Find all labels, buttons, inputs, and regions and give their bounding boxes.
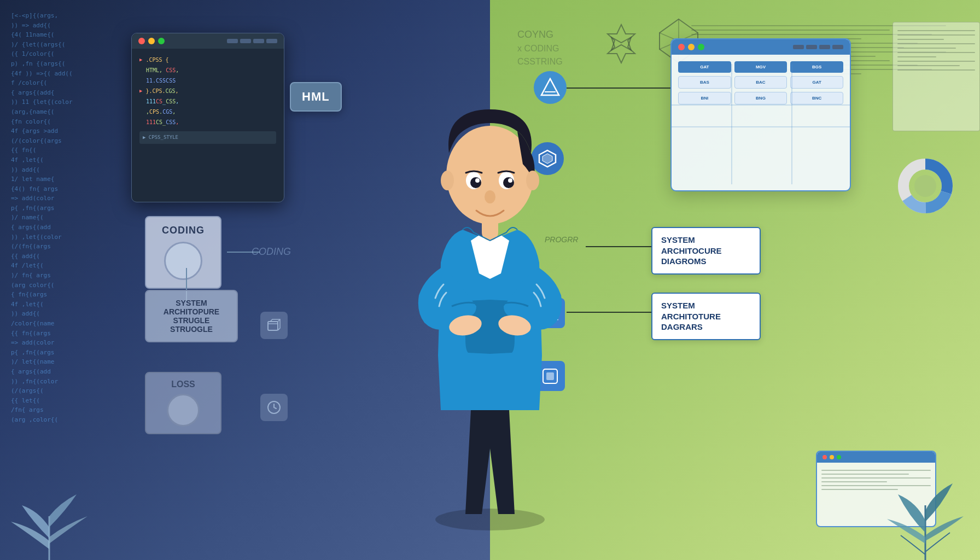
connector-icon-2 <box>260 394 288 421</box>
code-line-4: ▶ }.CPS.CGS, <box>139 86 276 96</box>
arch-close-dot <box>678 44 685 50</box>
html-badge: HML <box>290 82 342 112</box>
arch-maximize-dot <box>698 44 704 50</box>
note-line-8 <box>897 61 975 62</box>
connector-icon-1 <box>260 312 288 339</box>
note-line-1 <box>897 30 975 31</box>
arch-win-btn-3 <box>819 45 830 49</box>
close-dot <box>138 38 145 44</box>
code-content: ▶ .CPSS { HTML, CSS, 11.CSSCSS ▶ }.CPS.C… <box>132 49 284 149</box>
svg-point-38 <box>485 190 495 203</box>
note-line-9 <box>897 65 960 66</box>
svg-point-22 <box>914 175 936 197</box>
loss-label: LOSS <box>157 380 209 389</box>
arrow-1: ▶ <box>139 56 142 64</box>
win-btn-3 <box>253 39 264 43</box>
code-text-7: 111CS_CSS, <box>146 118 179 127</box>
arch-left-text: SYSTEMARCHITOPURESTRUGLESTRUOGLE <box>157 299 226 334</box>
arch-diagram-window: GAT MGV BGS BAS BAC GAT BNI BNG BNC <box>670 38 851 191</box>
svg-point-37 <box>508 178 512 183</box>
code-text-3: 11.CSSCSS <box>146 76 176 85</box>
cube-icon <box>266 317 282 334</box>
code-line-7: 111CS_CSS, <box>139 118 276 127</box>
arch-grid: GAT MGV BGS BAS BAC GAT BNI BNG BNC <box>672 55 850 111</box>
code-line-3: 11.CSSCSS <box>139 76 276 85</box>
code-window-titlebar <box>132 33 284 49</box>
doc-dot-yellow <box>830 455 834 459</box>
person-character <box>381 0 599 560</box>
code-editor-window: ▶ .CPSS { HTML, CSS, 11.CSSCSS ▶ }.CPS.C… <box>131 33 284 202</box>
minimize-dot <box>148 38 155 44</box>
plant-left-svg <box>0 451 98 560</box>
code-statusbar: ▶ CPSS_STYLE <box>139 131 276 144</box>
win-btn-4 <box>266 39 277 43</box>
code-text-5: 111CS_CSS, <box>146 97 179 106</box>
pie-chart <box>898 159 953 213</box>
note-line-6 <box>897 52 975 53</box>
arch-cell-bac: BAC <box>734 76 788 89</box>
clock-icon <box>266 400 282 415</box>
coding-circle <box>164 242 202 280</box>
arch-cell-bni: BNI <box>678 92 731 104</box>
coding-label-text: CODING <box>159 225 207 236</box>
notes-paper <box>892 22 980 131</box>
plant-right <box>871 423 980 560</box>
coding-label-box: CODING <box>145 216 221 289</box>
svg-point-34 <box>470 177 481 188</box>
note-line-10 <box>897 69 975 71</box>
arch-minimize-dot <box>688 44 695 50</box>
svg-rect-0 <box>268 322 278 330</box>
doc-dot-red <box>822 455 827 459</box>
arch-window-titlebar <box>672 39 850 55</box>
arch-cell-gat: GAT <box>678 61 731 73</box>
window-right-buttons <box>227 39 277 43</box>
arch-win-btn-4 <box>832 45 843 49</box>
star-of-david-icon <box>599 22 643 66</box>
arch-label-1: SYSTEMARCHITOCUREDIAGROMS <box>651 227 761 275</box>
arch-cell-bnc: BNC <box>790 92 843 104</box>
arch-left-box: SYSTEMARCHITOPURESTRUGLESTRUOGLE <box>145 290 238 342</box>
svg-point-36 <box>475 178 480 183</box>
svg-marker-3 <box>608 37 635 63</box>
note-line-2 <box>897 34 975 36</box>
code-text-1: .CPSS { <box>145 55 168 65</box>
loss-circle <box>167 394 200 427</box>
arch-cell-bas: BAS <box>678 76 731 89</box>
loss-box: LOSS <box>145 372 221 434</box>
svg-point-30 <box>441 171 454 190</box>
pie-chart-svg <box>898 159 953 213</box>
doc-dot-green <box>837 455 841 459</box>
svg-point-25 <box>435 509 545 530</box>
note-line-5 <box>897 48 956 49</box>
svg-point-31 <box>526 171 539 190</box>
arch-window-right-btns <box>793 45 843 49</box>
code-line-1: ▶ .CPSS { <box>139 55 276 65</box>
win-btn-2 <box>240 39 251 43</box>
coding-watermark: CODING <box>252 246 291 258</box>
svg-point-35 <box>503 177 514 188</box>
maximize-dot <box>158 38 165 44</box>
note-line-3 <box>897 39 944 40</box>
person-svg <box>381 0 599 560</box>
code-text-2: HTML, CSS, <box>146 66 179 75</box>
arch-win-btn-2 <box>806 45 817 49</box>
note-line-4 <box>897 43 975 44</box>
plant-left <box>0 451 98 560</box>
code-line-6: ,CPS.CGS, <box>139 107 276 116</box>
arch-label-2: SYSTEMARCHITOTUREDAGRARS <box>651 293 761 340</box>
arch-win-btn-1 <box>793 45 804 49</box>
code-line-2: HTML, CSS, <box>139 66 276 75</box>
win-btn-1 <box>227 39 238 43</box>
arrow-2: ▶ <box>139 87 142 95</box>
code-line-5: 111CS_CSS, <box>139 97 276 106</box>
code-text-4: }.CPS.CGS, <box>145 86 178 96</box>
arch-cell-gat2: GAT <box>790 76 843 89</box>
arch-cell-bgs: BGS <box>790 61 843 73</box>
plant-right-svg <box>871 423 980 560</box>
arch-cell-mgv: MGV <box>734 61 788 73</box>
arch-cell-bng: BNG <box>734 92 788 104</box>
code-text-6: ,CPS.CGS, <box>146 107 176 116</box>
note-line-7 <box>897 56 936 57</box>
